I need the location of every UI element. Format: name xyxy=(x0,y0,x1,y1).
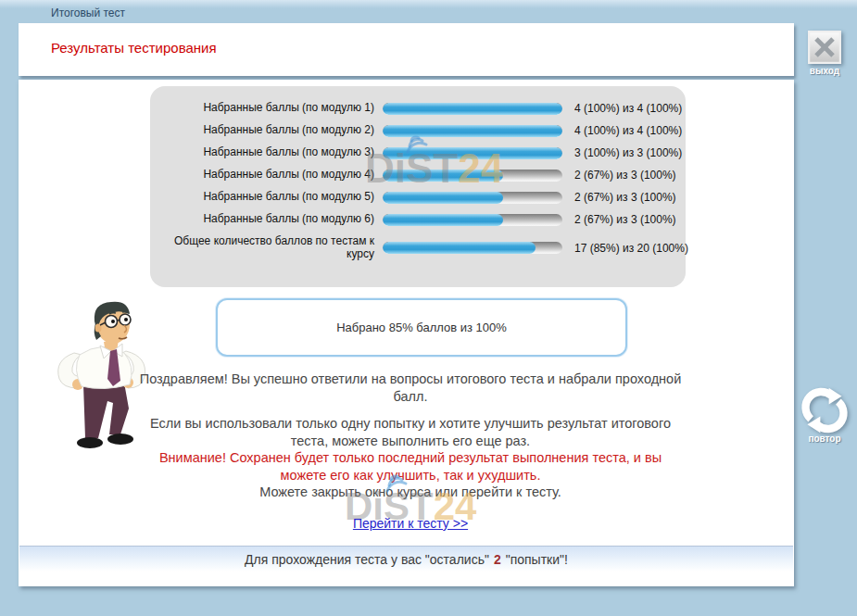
summary-score-text: Набрано 85% баллов из 100% xyxy=(336,321,507,334)
score-row: Набранные баллы (по модулю 2)4 (100%) из… xyxy=(159,124,676,137)
module-label: Общее количество баллов по тестам к курс… xyxy=(159,235,383,261)
attempts-bar: Для прохождения теста у вас "остались" 2… xyxy=(19,546,793,572)
score-row: Набранные баллы (по модулю 4)2 (67%) из … xyxy=(159,169,676,182)
results-panel: Набранные баллы (по модулю 1)4 (100%) из… xyxy=(150,86,686,287)
page-title: Результаты тестирования xyxy=(51,40,217,56)
module-label: Набранные баллы (по модулю 4) xyxy=(159,169,383,182)
repeat-button[interactable] xyxy=(800,386,849,434)
module-score: 2 (67%) из 3 (100%) xyxy=(574,169,676,182)
progress-bar-fill xyxy=(383,214,503,226)
retry-info-text: Если вы использовали только одну попытку… xyxy=(138,415,683,449)
close-info-text: Можете закрыть окно курса или перейти к … xyxy=(138,484,683,501)
progress-bar-track xyxy=(383,170,562,182)
repeat-button-label[interactable]: повтор xyxy=(792,434,857,444)
link-row: Перейти к тесту >> xyxy=(138,515,683,532)
congrats-text: Поздравляем! Вы успешно ответили на вопр… xyxy=(138,371,683,405)
window-title: Итоговый тест xyxy=(51,6,125,19)
window-top-strip xyxy=(0,0,857,8)
attempts-prefix: Для прохождения теста у вас "остались" xyxy=(245,552,489,567)
results-rows: Набранные баллы (по модулю 1)4 (100%) из… xyxy=(150,86,686,261)
progress-bar-track xyxy=(383,147,562,159)
result-messages: Поздравляем! Вы успешно ответили на вопр… xyxy=(138,371,683,501)
score-row: Набранные баллы (по модулю 5)2 (67%) из … xyxy=(159,191,676,204)
module-score: 4 (100%) из 4 (100%) xyxy=(574,124,682,137)
progress-bar-track xyxy=(383,214,562,226)
module-label: Набранные баллы (по модулю 2) xyxy=(159,124,383,137)
module-label: Набранные баллы (по модулю 5) xyxy=(159,191,383,204)
progress-bar-fill xyxy=(383,170,503,182)
header-panel: Результаты тестирования xyxy=(19,23,794,76)
progress-bar-fill xyxy=(383,192,503,204)
progress-bar-track xyxy=(383,192,562,204)
score-row: Общее количество баллов по тестам к курс… xyxy=(159,235,676,261)
attempts-count: 2 xyxy=(494,552,501,567)
progress-bar-fill xyxy=(383,242,536,254)
module-score: 4 (100%) из 4 (100%) xyxy=(574,102,682,115)
score-row: Набранные баллы (по модулю 6)2 (67%) из … xyxy=(159,213,676,226)
score-row: Набранные баллы (по модулю 3)3 (100%) из… xyxy=(159,146,676,159)
module-score: 2 (67%) из 3 (100%) xyxy=(574,191,676,204)
go-to-test-link[interactable]: Перейти к тесту >> xyxy=(353,516,468,531)
attempts-suffix: "попытки"! xyxy=(506,552,568,567)
module-score: 17 (85%) из 20 (100%) xyxy=(574,242,688,255)
circular-arrows-icon xyxy=(806,388,844,433)
module-label: Набранные баллы (по модулю 3) xyxy=(159,146,383,159)
progress-bar-fill xyxy=(383,147,562,159)
module-score: 3 (100%) из 3 (100%) xyxy=(574,146,682,159)
warning-text: Внимание! Сохранен будет только последни… xyxy=(138,449,683,484)
progress-bar-fill xyxy=(383,125,562,137)
summary-score-box: Набрано 85% баллов из 100% xyxy=(216,298,627,357)
main-panel: Набранные баллы (по модулю 1)4 (100%) из… xyxy=(19,80,794,586)
progress-bar-fill xyxy=(383,103,562,115)
exit-button-label[interactable]: выход xyxy=(792,66,857,76)
exit-button[interactable] xyxy=(808,31,841,64)
module-score: 2 (67%) из 3 (100%) xyxy=(574,213,676,226)
progress-bar-track xyxy=(383,125,562,137)
progress-bar-track xyxy=(383,242,562,254)
module-label: Набранные баллы (по модулю 1) xyxy=(159,102,383,115)
score-row: Набранные баллы (по модулю 1)4 (100%) из… xyxy=(159,102,676,115)
module-label: Набранные баллы (по модулю 6) xyxy=(159,213,383,226)
progress-bar-track xyxy=(383,103,562,115)
